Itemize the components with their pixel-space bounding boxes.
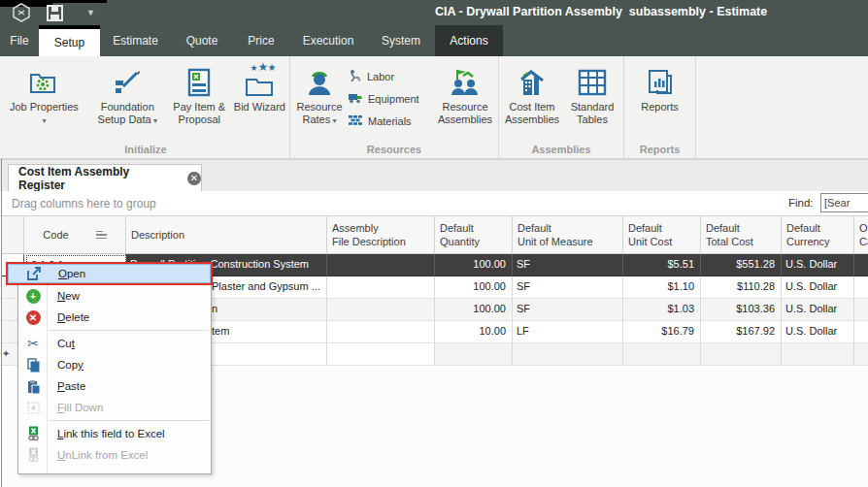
column-header-default-currency[interactable]: DefaultCurrency bbox=[782, 216, 854, 253]
menu-item-copy[interactable]: Copy bbox=[18, 354, 211, 375]
cell-clipped[interactable] bbox=[854, 343, 868, 366]
column-header-default-unit-of-measure[interactable]: DefaultUnit of Measure bbox=[513, 216, 623, 253]
reports-icon bbox=[647, 64, 674, 101]
tab-system[interactable]: System bbox=[367, 25, 435, 56]
menu-item-delete[interactable]: ✕ Delete bbox=[18, 307, 211, 328]
tab-price[interactable]: Price bbox=[233, 25, 289, 56]
cell-default-total-cost[interactable]: $103.36 bbox=[701, 299, 782, 321]
tab-actions[interactable]: Actions bbox=[435, 25, 503, 56]
delete-icon: ✕ bbox=[24, 308, 42, 326]
ribbon-group-reports: Reports Reports bbox=[624, 56, 696, 158]
document-tab-cost-item-assembly-register[interactable]: Cost Item Assembly Register ✕ bbox=[8, 164, 202, 192]
cell-default-unit-cost[interactable]: $5.51 bbox=[623, 254, 701, 276]
cell-clipped[interactable] bbox=[854, 276, 868, 299]
cell-assembly-file-description[interactable] bbox=[327, 321, 435, 343]
document-tab-strip: Cost Item Assembly Register ✕ bbox=[0, 159, 868, 191]
cell-default-total-cost[interactable]: $167.92 bbox=[701, 321, 782, 343]
menu-item-paste[interactable]: Paste bbox=[18, 375, 211, 397]
grid-header-row: Code Description AssemblyFile Descriptio… bbox=[2, 216, 868, 254]
cell-default-currency[interactable]: U.S. Dollar bbox=[782, 299, 854, 321]
tab-estimate[interactable]: Estimate bbox=[100, 25, 171, 56]
cost-item-assemblies-button[interactable]: Cost Item Assemblies bbox=[501, 60, 563, 126]
application-window: ▼ CIA - Drywall Partition Assembly subas… bbox=[0, 0, 868, 487]
find-input[interactable] bbox=[820, 193, 868, 212]
menu-item-cut[interactable]: ✂ Cut bbox=[18, 333, 211, 354]
standard-tables-button[interactable]: Standard Tables bbox=[563, 60, 621, 126]
equipment-button[interactable]: Equipment bbox=[348, 90, 433, 107]
menu-item-link-to-excel[interactable]: Link this field to Excel bbox=[18, 423, 211, 444]
group-label-resources: Resources bbox=[290, 144, 498, 155]
pay-item-proposal-button[interactable]: Pay Item & Proposal bbox=[169, 60, 230, 126]
tab-execution[interactable]: Execution bbox=[289, 25, 367, 56]
cell-default-unit-cost[interactable]: $1.03 bbox=[623, 299, 701, 321]
resource-rates-button[interactable]: Resource Rates bbox=[291, 60, 348, 129]
quick-access-dropdown-icon[interactable]: ▼ bbox=[86, 8, 95, 17]
resource-assemblies-button[interactable]: Resource Assemblies bbox=[433, 60, 497, 129]
group-by-band[interactable]: Drag columns here to group Find: bbox=[2, 191, 868, 216]
cell-default-uom[interactable]: SF bbox=[513, 299, 623, 321]
cell-assembly-file-description[interactable] bbox=[327, 299, 435, 321]
tab-setup[interactable]: Setup bbox=[39, 25, 100, 56]
cell-assembly-file-description[interactable] bbox=[327, 276, 435, 299]
cell-default-total-cost[interactable] bbox=[701, 343, 782, 366]
document-tab-label: Cost Item Assembly Register bbox=[18, 165, 178, 192]
cell-default-total-cost[interactable]: $110.28 bbox=[701, 276, 782, 299]
bid-wizard-button[interactable]: ★ ★ ★ Bid Wizard bbox=[230, 60, 289, 126]
bid-wizard-icon: ★ ★ ★ bbox=[244, 64, 275, 101]
ribbon-tab-bar: File Setup Estimate Quote Price Executio… bbox=[0, 25, 868, 56]
cell-default-currency[interactable]: U.S. Dollar bbox=[782, 321, 854, 343]
menu-item-new[interactable]: + New bbox=[18, 285, 211, 307]
cell-default-currency[interactable] bbox=[782, 343, 854, 366]
column-header-assembly-file-description[interactable]: AssemblyFile Description bbox=[327, 216, 435, 253]
cell-assembly-file-description[interactable] bbox=[327, 343, 435, 366]
cell-default-unit-cost[interactable]: $1.10 bbox=[623, 276, 701, 299]
cell-clipped[interactable] bbox=[854, 254, 868, 276]
column-header-default-unit-cost[interactable]: DefaultUnit Cost bbox=[623, 216, 701, 253]
cell-assembly-file-description[interactable] bbox=[327, 254, 435, 276]
cell-clipped[interactable] bbox=[854, 321, 868, 343]
labor-button[interactable]: Labor bbox=[348, 68, 433, 84]
group-label-initialize: Initialize bbox=[2, 144, 289, 155]
cell-default-currency[interactable]: U.S. Dollar bbox=[782, 254, 854, 276]
paste-icon bbox=[24, 377, 42, 395]
job-properties-icon bbox=[28, 64, 59, 101]
cell-default-quantity[interactable]: 100.00 bbox=[435, 299, 513, 321]
tab-file[interactable]: File bbox=[0, 25, 39, 56]
cell-default-quantity[interactable]: 10.00 bbox=[435, 321, 513, 343]
close-tab-icon[interactable]: ✕ bbox=[187, 172, 201, 185]
cell-default-uom[interactable] bbox=[513, 343, 623, 366]
column-header-code[interactable]: Code bbox=[24, 216, 126, 253]
cell-default-unit-cost[interactable]: $16.79 bbox=[623, 321, 701, 343]
cell-default-uom[interactable]: LF bbox=[513, 321, 623, 343]
pay-item-proposal-icon bbox=[186, 64, 212, 101]
reports-button[interactable]: Reports bbox=[626, 60, 694, 114]
save-icon[interactable] bbox=[47, 5, 63, 21]
quick-access-toolbar: ▼ bbox=[12, 3, 95, 22]
cell-default-total-cost[interactable]: $551.28 bbox=[701, 254, 782, 276]
tab-quote[interactable]: Quote bbox=[171, 25, 233, 56]
cell-default-quantity[interactable] bbox=[435, 343, 513, 366]
context-menu: + New ✕ Delete ✂ Cut Copy Paste Fill Dow… bbox=[17, 262, 212, 474]
cell-default-currency[interactable]: U.S. Dollar bbox=[782, 276, 854, 299]
cell-clipped[interactable] bbox=[854, 299, 868, 321]
job-properties-button[interactable]: Job Properties bbox=[2, 60, 86, 126]
group-label-reports: Reports bbox=[624, 144, 695, 155]
foundation-setup-data-button[interactable]: Foundation Setup Data bbox=[86, 60, 169, 126]
cell-default-quantity[interactable]: 100.00 bbox=[435, 254, 513, 276]
menu-item-open-highlighted[interactable]: Open bbox=[6, 262, 213, 285]
cell-default-uom[interactable]: SF bbox=[513, 276, 623, 299]
materials-button[interactable]: Materials bbox=[348, 113, 433, 129]
menu-item-unlink-from-excel[interactable]: UnLink from Excel bbox=[18, 444, 211, 466]
window-title: CIA - Drywall Partition Assembly subasse… bbox=[435, 5, 767, 18]
column-header-default-total-cost[interactable]: DefaultTotal Cost bbox=[701, 216, 782, 253]
resource-rates-icon bbox=[306, 64, 333, 101]
cell-default-uom[interactable]: SF bbox=[513, 254, 623, 276]
cell-default-unit-cost[interactable] bbox=[623, 343, 701, 366]
labor-icon bbox=[348, 68, 362, 85]
app-logo-icon bbox=[12, 3, 31, 22]
column-header-clipped[interactable]: OCa bbox=[854, 216, 868, 253]
cell-default-quantity[interactable]: 100.00 bbox=[435, 276, 513, 299]
column-header-default-quantity[interactable]: DefaultQuantity bbox=[435, 216, 513, 253]
menu-item-fill-down[interactable]: Fill Down bbox=[18, 397, 211, 418]
column-header-description[interactable]: Description bbox=[126, 216, 327, 253]
